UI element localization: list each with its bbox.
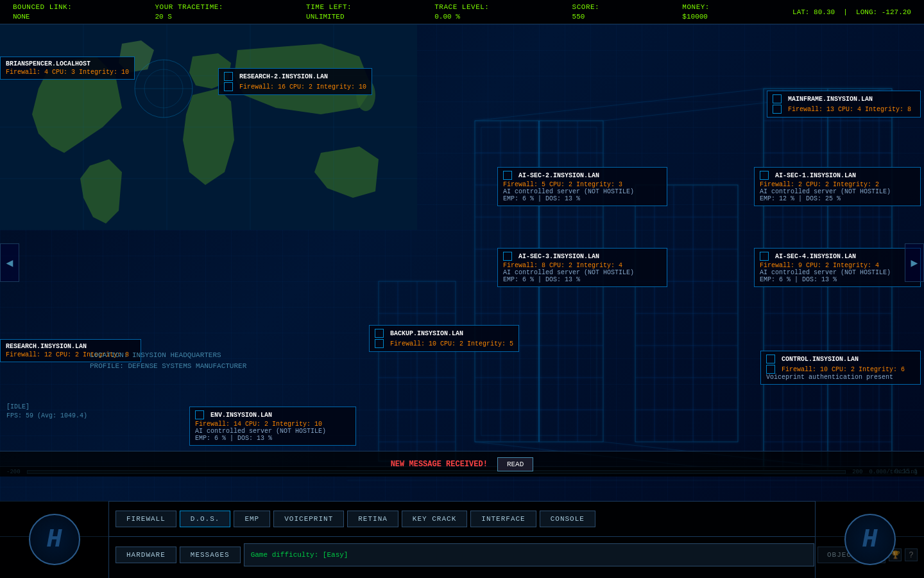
- node-env-title: ENV.INSYSION.LAN: [195, 410, 350, 419]
- node-research2[interactable]: RESEARCH-2.INSYSION.LAN Firewall: 16 CPU…: [218, 68, 372, 95]
- long-label: LONG:: [856, 8, 877, 16]
- messages-button[interactable]: MESSAGES: [180, 547, 241, 563]
- node-ai-sec3[interactable]: AI-SEC-3.INSYSION.LAN Firewall: 8 CPU: 2…: [497, 248, 667, 287]
- money-label: Money:: [682, 3, 710, 12]
- time-left-value: UNLIMITED: [306, 12, 352, 21]
- map-svg: [0, 24, 417, 230]
- node-ai-sec3-title: AI-SEC-3.INSYSION.LAN: [503, 252, 662, 261]
- node-ai-sec1[interactable]: AI-SEC-1.INSYSION.LAN Firewall: 2 CPU: 2…: [754, 167, 921, 206]
- node-mainframe[interactable]: MAINFRAME.INSYSION.LAN Firewall: 13 CPU:…: [767, 91, 921, 118]
- bounced-link-value: NONE: [13, 12, 72, 21]
- node-ai-sec2-extra: EMP: 6 % | DOS: 13 %: [503, 195, 662, 202]
- node-control-desc: Voiceprint authentication present: [766, 374, 915, 381]
- node-ai-sec2[interactable]: AI-SEC-2.INSYSION.LAN Firewall: 5 CPU: 2…: [497, 167, 667, 206]
- node-research-title: RESEARCH.INSYSION.LAN: [6, 343, 135, 350]
- lat-value: 80.30: [814, 8, 835, 16]
- lat-label: LAT:: [792, 8, 809, 16]
- node-control-title: CONTROL.INSYSION.LAN: [766, 355, 915, 363]
- node-ai-sec3-extra: EMP: 6 % | DOS: 13 %: [503, 276, 662, 283]
- dos-button[interactable]: D.O.S.: [180, 511, 231, 527]
- game-status: Game difficulty: [Easy]: [244, 543, 814, 566]
- node-ai-sec1-extra: EMP: 12 % | DOS: 25 %: [760, 195, 915, 202]
- node-ai-sec3-stats: Firewall: 8 CPU: 2 Integrity: 4: [503, 262, 662, 269]
- long-value: -127.20: [882, 8, 911, 16]
- trace-level-group: Trace Level: 0.00 %: [434, 3, 489, 21]
- node-brianspencer[interactable]: BRIANSPENCER.LOCALHOST Firewall: 4 CPU: …: [0, 57, 135, 80]
- node-ai-sec2-stats: Firewall: 5 CPU: 2 Integrity: 3: [503, 181, 662, 188]
- node-ai-sec1-stats: Firewall: 2 CPU: 2 Integrity: 2: [760, 181, 915, 188]
- node-research2-title: RESEARCH-2.INSYSION.LAN: [224, 72, 366, 81]
- firewall-button[interactable]: FIREWALL: [116, 511, 176, 527]
- time-left-label: Time Left:: [306, 3, 352, 12]
- score-label: Score:: [572, 3, 600, 12]
- time-left-group: Time Left: UNLIMITED: [306, 3, 352, 21]
- tracetime-group: Your Tracetime: 20 s: [155, 3, 223, 21]
- node-ai-sec2-title: AI-SEC-2.INSYSION.LAN: [503, 171, 662, 180]
- world-map: [0, 24, 417, 230]
- logo-circle-right: H: [844, 514, 896, 565]
- node-control[interactable]: CONTROL.INSYSION.LAN Firewall: 10 CPU: 2…: [760, 351, 921, 385]
- hacker-logo-left: H: [0, 501, 109, 578]
- node-brianspencer-stats: Firewall: 4 CPU: 3 Integrity: 10: [6, 69, 129, 76]
- read-button[interactable]: READ: [497, 457, 533, 471]
- toolbar-row1: FIREWALL D.O.S. EMP VOICEPRINT RETINA KE…: [0, 502, 924, 537]
- node-ai-sec4-extra: EMP: 6 % | DOS: 13 %: [760, 276, 915, 283]
- bottom-toolbar: H H FIREWALL D.O.S. EMP VOICEPRINT RETIN…: [0, 501, 924, 578]
- node-backup-stats: Firewall: 10 CPU: 2 Integrity: 5: [375, 339, 513, 348]
- node-ai-sec4-desc: AI controlled server (NOT HOSTILE): [760, 269, 915, 276]
- money-group: Money: $10000: [682, 3, 710, 21]
- node-ai-sec4-title: AI-SEC-4.INSYSION.LAN: [760, 252, 915, 261]
- trace-level-value: 0.00 %: [434, 12, 489, 21]
- voiceprint-button[interactable]: VOICEPRINT: [273, 511, 344, 527]
- node-ai-sec4[interactable]: AI-SEC-4.INSYSION.LAN Firewall: 9 CPU: 2…: [754, 248, 921, 287]
- node-backup-title: BACKUP.INSYSION.LAN: [375, 329, 513, 338]
- idle-status: [IDLE]: [6, 403, 87, 412]
- hacker-logo-right: H: [815, 501, 924, 578]
- node-research2-stats: Firewall: 16 CPU: 2 Integrity: 10: [224, 82, 366, 91]
- node-env-stats: Firewall: 14 CPU: 2 Integrity: 10: [195, 421, 350, 428]
- node-mainframe-stats: Firewall: 13 CPU: 4 Integrity: 8: [773, 105, 915, 114]
- node-ai-sec2-desc: AI controlled server (NOT HOSTILE): [503, 188, 662, 195]
- tracetime-value: 20 s: [155, 12, 223, 21]
- location-info: Location: Insysion Headquarters Profile:…: [90, 350, 246, 372]
- node-env-extra: EMP: 6 % | DOS: 13 %: [195, 435, 350, 442]
- tracetime-label: Your Tracetime:: [155, 3, 223, 12]
- score-group: Score: 550: [572, 3, 600, 21]
- console-button[interactable]: CONSOLE: [540, 511, 595, 527]
- location-profile: Profile: Defense Systems manufacturer: [90, 361, 246, 372]
- node-ai-sec1-desc: AI controlled server (NOT HOSTILE): [760, 188, 915, 195]
- money-value: $10000: [682, 12, 710, 21]
- node-ai-sec3-desc: AI controlled server (NOT HOSTILE): [503, 269, 662, 276]
- nav-arrow-left[interactable]: ◀: [0, 243, 19, 282]
- top-hud: Bounced Link: NONE Your Tracetime: 20 s …: [0, 0, 924, 24]
- location-name: Location: Insysion Headquarters: [90, 350, 246, 362]
- emp-button[interactable]: EMP: [234, 511, 270, 527]
- node-env[interactable]: ENV.INSYSION.LAN Firewall: 14 CPU: 2 Int…: [189, 407, 356, 446]
- interface-button[interactable]: INTERFACE: [470, 511, 536, 527]
- retina-button[interactable]: RETINA: [347, 511, 398, 527]
- node-ai-sec1-title: AI-SEC-1.INSYSION.LAN: [760, 171, 915, 180]
- nav-arrow-right[interactable]: ▶: [905, 243, 924, 282]
- svg-line-46: [475, 89, 764, 121]
- trace-level-label: Trace Level:: [434, 3, 489, 12]
- bounced-link-group: Bounced Link: NONE: [13, 3, 72, 21]
- game-area: ◀ ▶ BRIANSPENCER.LOCALHOST Firewall: 4 C…: [0, 24, 924, 501]
- node-brianspencer-title: BRIANSPENCER.LOCALHOST: [6, 60, 129, 67]
- node-backup[interactable]: BACKUP.INSYSION.LAN Firewall: 10 CPU: 2 …: [369, 325, 519, 352]
- bounced-link-label: Bounced Link:: [13, 3, 72, 12]
- node-ai-sec4-stats: Firewall: 9 CPU: 2 Integrity: 4: [760, 262, 915, 269]
- key-crack-button[interactable]: KEY CRACK: [402, 511, 467, 527]
- game-difficulty-text: Game difficulty: [Easy]: [251, 551, 348, 559]
- node-env-desc: AI controlled server (NOT HOSTILE): [195, 428, 350, 435]
- logo-circle-left: H: [29, 514, 80, 565]
- node-mainframe-title: MAINFRAME.INSYSION.LAN: [773, 94, 915, 103]
- new-message-text: New message received!: [391, 460, 488, 469]
- fps-display: FPS: 59 (Avg: 1049.4): [6, 412, 87, 421]
- coordinates: LAT: 80.30 | LONG: -127.20: [792, 8, 911, 16]
- toolbar-row2: HARDWARE MESSAGES Game difficulty: [Easy…: [0, 537, 924, 572]
- node-control-stats: Firewall: 10 CPU: 2 Integrity: 6: [766, 365, 915, 374]
- score-value: 550: [572, 12, 600, 21]
- hardware-button[interactable]: HARDWARE: [116, 547, 176, 563]
- fps-info: [IDLE] FPS: 59 (Avg: 1049.4): [0, 399, 94, 424]
